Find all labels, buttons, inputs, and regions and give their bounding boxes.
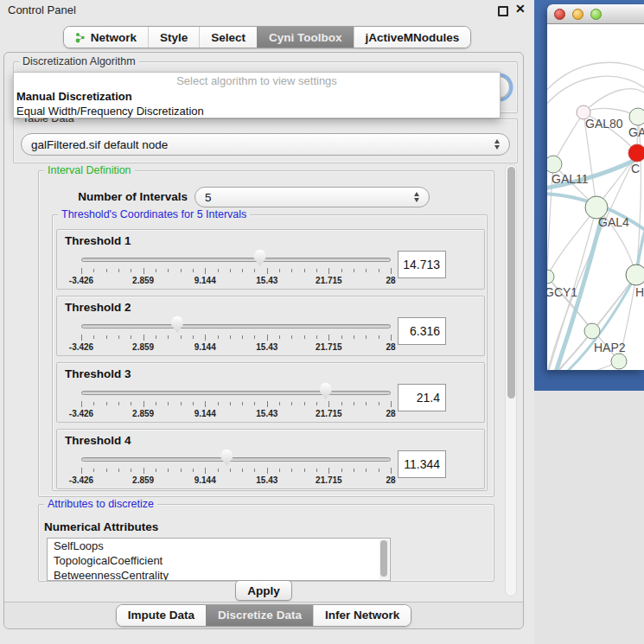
threshold-value-input[interactable] xyxy=(398,317,446,345)
threshold-value-input[interactable] xyxy=(398,450,446,478)
num-intervals-combobox[interactable]: 5 xyxy=(194,187,430,207)
tick-label: 2.859 xyxy=(132,409,154,418)
tick-mark xyxy=(328,335,329,341)
slider-track[interactable] xyxy=(81,324,391,328)
tab-infer-network[interactable]: Infer Network xyxy=(313,605,411,626)
slider-thumb[interactable] xyxy=(170,316,184,333)
tick-mark xyxy=(218,335,219,339)
tick-label: 21.715 xyxy=(316,276,342,285)
tab-discretize-data[interactable]: Discretize Data xyxy=(206,605,313,626)
tick-mark xyxy=(254,269,255,272)
network-canvas[interactable]: GAL80 GA C GAL11 GAL4 GCY1 H HAP2 xyxy=(547,24,644,370)
network-node xyxy=(547,156,562,173)
tick-mark xyxy=(118,335,119,339)
tick-mark xyxy=(341,469,342,472)
tick-mark xyxy=(267,335,268,341)
tab-network[interactable]: Network xyxy=(64,27,148,48)
tick-mark xyxy=(366,402,367,405)
tab-style[interactable]: Style xyxy=(148,27,199,48)
slider-track[interactable] xyxy=(81,457,391,462)
tick-mark xyxy=(304,335,305,339)
attribute-list-item[interactable]: TopologicalCoefficient xyxy=(48,553,390,568)
mac-minimize-icon[interactable] xyxy=(572,9,583,20)
node-label: H xyxy=(635,285,644,299)
tick-label: 15.43 xyxy=(256,409,277,418)
tick-mark xyxy=(254,402,255,405)
node-label: GA xyxy=(628,125,644,139)
tick-mark xyxy=(341,269,342,272)
numerical-attributes-list[interactable]: SelfLoopsTopologicalCoefficientBetweenne… xyxy=(47,538,391,581)
tick-label: 21.715 xyxy=(316,409,342,418)
attribute-list-item[interactable]: BetweennessCentrality xyxy=(48,568,390,581)
tick-mark xyxy=(156,402,156,405)
tick-mark xyxy=(181,269,182,272)
desktop-area: GAL80 GA C GAL11 GAL4 GCY1 H HAP2 Table xyxy=(534,0,644,644)
tick-mark xyxy=(230,335,231,339)
list-scrollbar[interactable] xyxy=(379,539,389,579)
threshold-value-input[interactable] xyxy=(398,251,446,278)
table-data-combobox-value: galFiltered.sif default node xyxy=(31,138,168,151)
tick-label: 15.43 xyxy=(256,475,277,485)
tick-mark xyxy=(242,335,243,339)
tick-mark xyxy=(143,335,144,341)
tick-label: 9.144 xyxy=(194,342,216,352)
float-window-icon[interactable] xyxy=(498,6,508,16)
network-node-selected xyxy=(628,144,644,162)
tab-impute-data[interactable]: Impute Data xyxy=(117,605,206,626)
mac-close-icon[interactable] xyxy=(554,9,565,20)
threshold-value-input[interactable] xyxy=(398,384,446,411)
network-window-titlebar[interactable] xyxy=(547,4,644,24)
tab-select[interactable]: Select xyxy=(199,27,257,48)
tick-mark xyxy=(267,268,268,274)
tick-mark xyxy=(379,469,379,472)
tick-mark xyxy=(93,269,94,272)
slider-thumb[interactable] xyxy=(253,250,267,266)
slider-ticks xyxy=(81,468,391,475)
tick-mark xyxy=(291,269,292,272)
dropdown-option-equal-width[interactable]: Equal Width/Frequency Discretization xyxy=(14,104,500,118)
apply-button[interactable]: Apply xyxy=(235,580,292,601)
node-label: GCY1 xyxy=(547,285,577,299)
tick-mark xyxy=(93,469,94,472)
panel-title: Control Panel xyxy=(8,3,76,16)
tick-mark xyxy=(341,335,342,339)
slider-thumb[interactable] xyxy=(220,450,233,466)
tick-label: 2.859 xyxy=(132,342,154,352)
tick-mark xyxy=(193,402,194,405)
tick-mark xyxy=(118,269,119,272)
dropdown-option-manual[interactable]: Manual Discretization xyxy=(14,89,500,104)
network-window[interactable]: GAL80 GA C GAL11 GAL4 GCY1 H HAP2 xyxy=(547,4,644,370)
tick-mark xyxy=(143,401,144,407)
tick-label: 21.715 xyxy=(316,342,342,352)
tab-jactivemnodules[interactable]: jActiveMNodules xyxy=(354,27,471,48)
tick-mark xyxy=(316,269,317,272)
slider-ticks xyxy=(81,268,391,275)
close-icon[interactable]: ✕ xyxy=(515,2,526,16)
content-scrollbar-thumb[interactable] xyxy=(507,167,515,399)
mac-zoom-icon[interactable] xyxy=(590,9,602,20)
network-node xyxy=(584,323,600,339)
top-tab-bar: NetworkStyleSelectCyni ToolboxjActiveMNo… xyxy=(0,26,534,48)
tick-mark xyxy=(291,335,292,339)
control-panel: Control Panel ✕ NetworkStyleSelectCyni T… xyxy=(0,0,534,644)
tick-mark xyxy=(366,269,367,272)
tick-mark xyxy=(328,401,329,407)
tab-cyni-toolbox[interactable]: Cyni Toolbox xyxy=(257,27,354,48)
dropdown-placeholder[interactable]: Select algorithm to view settings xyxy=(14,73,500,89)
threshold-label: Threshold 2 xyxy=(65,301,131,314)
tick-mark xyxy=(291,402,292,405)
attribute-list-item[interactable]: SelfLoops xyxy=(48,539,390,553)
slider-track[interactable] xyxy=(81,391,391,395)
content-scrollbar[interactable] xyxy=(505,164,517,596)
network-graph: GAL80 GA C GAL11 GAL4 GCY1 H HAP2 xyxy=(547,24,644,370)
tick-mark xyxy=(354,469,354,472)
tick-label: 9.144 xyxy=(194,475,216,485)
table-data-combobox[interactable]: galFiltered.sif default node xyxy=(21,133,510,156)
tick-mark xyxy=(205,468,206,474)
tick-mark xyxy=(131,469,131,472)
slider-track[interactable] xyxy=(81,258,391,262)
slider-thumb[interactable] xyxy=(319,383,333,399)
tick-mark xyxy=(328,468,329,474)
tick-mark xyxy=(218,469,219,472)
tick-label: 28 xyxy=(386,276,395,285)
